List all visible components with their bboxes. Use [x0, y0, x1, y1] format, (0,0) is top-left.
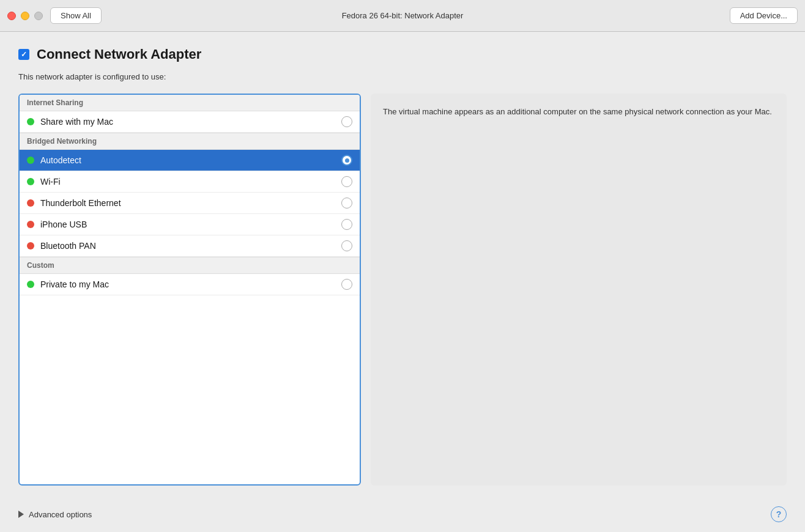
- list-item-thunderbolt[interactable]: Thunderbolt Ethernet: [20, 193, 360, 214]
- list-item-autodetect[interactable]: Autodetect: [20, 150, 360, 171]
- status-dot-bluetooth-pan: [27, 242, 34, 249]
- status-dot-private-mac: [27, 281, 34, 288]
- list-item-iphone-usb[interactable]: iPhone USB: [20, 214, 360, 235]
- radio-bluetooth-pan[interactable]: [341, 240, 352, 251]
- section-custom: Custom: [20, 257, 360, 274]
- window-title: Fedora 26 64-bit: Network Adapter: [342, 11, 464, 20]
- advanced-options-toggle[interactable]: Advanced options: [18, 510, 92, 519]
- close-button[interactable]: [7, 12, 16, 20]
- status-dot-iphone-usb: [27, 221, 34, 228]
- network-list-panel: Internet Sharing Share with my Mac Bridg…: [18, 94, 361, 486]
- titlebar: Show All Fedora 26 64-bit: Network Adapt…: [0, 0, 805, 32]
- radio-autodetect[interactable]: [341, 155, 352, 166]
- radio-thunderbolt[interactable]: [341, 198, 352, 209]
- adapter-subtitle: This network adapter is configured to us…: [18, 72, 787, 81]
- item-label-bluetooth-pan: Bluetooth PAN: [40, 241, 341, 251]
- radio-share-mac[interactable]: [341, 116, 352, 127]
- item-label-private-mac: Private to my Mac: [40, 279, 341, 289]
- item-label-share-mac: Share with my Mac: [40, 117, 341, 127]
- adapter-title: Connect Network Adapter: [37, 46, 201, 62]
- item-label-autodetect: Autodetect: [40, 155, 341, 165]
- connect-adapter-checkbox[interactable]: [18, 49, 29, 60]
- status-dot-share-mac: [27, 118, 34, 125]
- maximize-button[interactable]: [34, 12, 43, 20]
- traffic-lights: [7, 12, 43, 20]
- item-label-iphone-usb: iPhone USB: [40, 220, 341, 229]
- status-dot-thunderbolt: [27, 199, 34, 207]
- radio-private-mac[interactable]: [341, 279, 352, 290]
- bottom-bar: Advanced options ?: [0, 500, 805, 532]
- item-label-wifi: Wi-Fi: [40, 177, 341, 187]
- show-all-button[interactable]: Show All: [50, 7, 102, 24]
- section-bridged-networking: Bridged Networking: [20, 133, 360, 150]
- section-internet-sharing: Internet Sharing: [20, 95, 360, 111]
- add-device-button[interactable]: Add Device...: [730, 7, 798, 24]
- status-dot-wifi: [27, 178, 34, 185]
- list-item-share-mac[interactable]: Share with my Mac: [20, 111, 360, 133]
- radio-wifi[interactable]: [341, 176, 352, 187]
- advanced-options-label: Advanced options: [29, 510, 92, 519]
- minimize-button[interactable]: [21, 12, 29, 20]
- info-text: The virtual machine appears as an additi…: [383, 106, 772, 118]
- triangle-icon: [18, 511, 24, 518]
- list-item-bluetooth-pan[interactable]: Bluetooth PAN: [20, 235, 360, 257]
- two-col-layout: Internet Sharing Share with my Mac Bridg…: [18, 94, 787, 486]
- main-content: Connect Network Adapter This network ada…: [0, 32, 805, 500]
- status-dot-autodetect: [27, 157, 34, 164]
- radio-iphone-usb[interactable]: [341, 219, 352, 230]
- main-window: Show All Fedora 26 64-bit: Network Adapt…: [0, 0, 805, 532]
- help-button[interactable]: ?: [771, 506, 787, 522]
- connect-adapter-header: Connect Network Adapter: [18, 46, 787, 62]
- list-item-wifi[interactable]: Wi-Fi: [20, 171, 360, 193]
- info-panel: The virtual machine appears as an additi…: [371, 94, 787, 486]
- item-label-thunderbolt: Thunderbolt Ethernet: [40, 198, 341, 208]
- list-item-private-mac[interactable]: Private to my Mac: [20, 274, 360, 295]
